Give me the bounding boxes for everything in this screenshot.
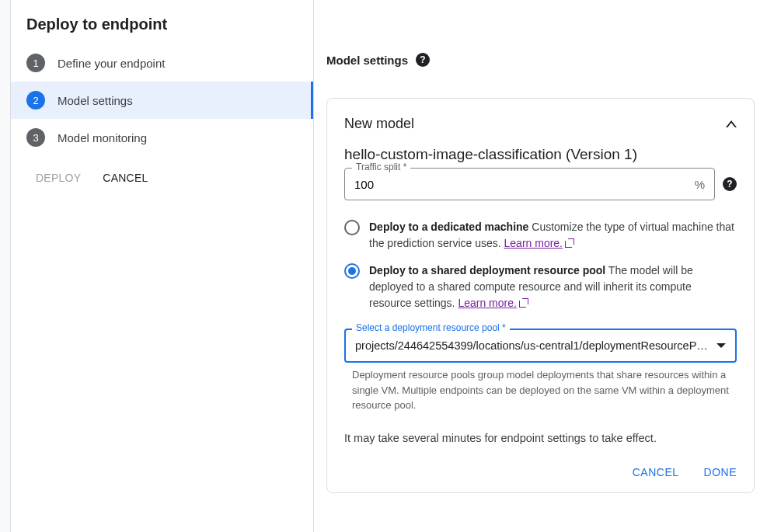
new-model-card: New model hello-custom-image-classificat… (326, 98, 755, 493)
card-cancel-button[interactable]: CANCEL (633, 466, 679, 478)
settings-note: It may take several minutes for endpoint… (344, 432, 737, 444)
main-header: Model settings ? (326, 53, 755, 67)
traffic-split-input[interactable] (354, 178, 695, 191)
radio-title: Deploy to a dedicated machine (369, 221, 528, 233)
resource-pool-value: projects/244642554399/locations/us-centr… (355, 339, 716, 352)
percent-sign: % (695, 178, 705, 191)
section-title: Model settings (326, 54, 408, 67)
resource-pool-label: Select a deployment resource pool * (352, 322, 510, 333)
step-label: Model monitoring (58, 131, 147, 144)
dropdown-arrow-icon (716, 343, 726, 348)
radio-icon (344, 263, 360, 279)
step-number-icon: 1 (26, 54, 45, 72)
radio-dedicated-machine[interactable]: Deploy to a dedicated machine Customize … (344, 219, 737, 252)
card-title: New model (344, 116, 414, 132)
step-model-settings[interactable]: 2 Model settings (11, 82, 313, 119)
step-label: Define your endpoint (58, 57, 165, 70)
step-number-icon: 3 (26, 128, 45, 147)
traffic-split-field[interactable]: % (344, 168, 715, 200)
chevron-up-icon (726, 120, 737, 127)
wizard-title: Deploy to endpoint (11, 16, 313, 44)
step-number-icon: 2 (26, 91, 45, 110)
radio-shared-pool[interactable]: Deploy to a shared deployment resource p… (344, 263, 737, 311)
radio-title: Deploy to a shared deployment resource p… (369, 264, 605, 276)
cancel-button[interactable]: CANCEL (103, 172, 148, 184)
external-link-icon (565, 238, 574, 248)
learn-more-link[interactable]: Learn more. (504, 237, 574, 249)
step-label: Model settings (58, 94, 133, 107)
help-icon[interactable]: ? (723, 177, 737, 191)
resource-pool-select[interactable]: projects/244642554399/locations/us-centr… (344, 329, 737, 363)
step-model-monitoring[interactable]: 3 Model monitoring (11, 119, 313, 156)
deploy-button[interactable]: DEPLOY (36, 172, 81, 184)
help-icon[interactable]: ? (416, 53, 430, 67)
learn-more-link[interactable]: Learn more. (458, 297, 528, 309)
traffic-split-label: Traffic split * (352, 162, 410, 172)
main-panel: Model settings ? New model hello-custom-… (314, 0, 767, 532)
done-button[interactable]: DONE (704, 466, 737, 478)
external-link-icon (519, 298, 528, 308)
wizard-sidebar: Deploy to endpoint 1 Define your endpoin… (11, 0, 314, 532)
left-gutter (0, 0, 11, 532)
card-header-toggle[interactable]: New model (344, 116, 737, 132)
resource-pool-helper: Deployment resource pools group model de… (344, 367, 737, 413)
radio-icon (344, 220, 360, 235)
step-define-endpoint[interactable]: 1 Define your endpoint (11, 44, 313, 82)
model-name: hello-custom-image-classification (Versi… (344, 146, 737, 163)
